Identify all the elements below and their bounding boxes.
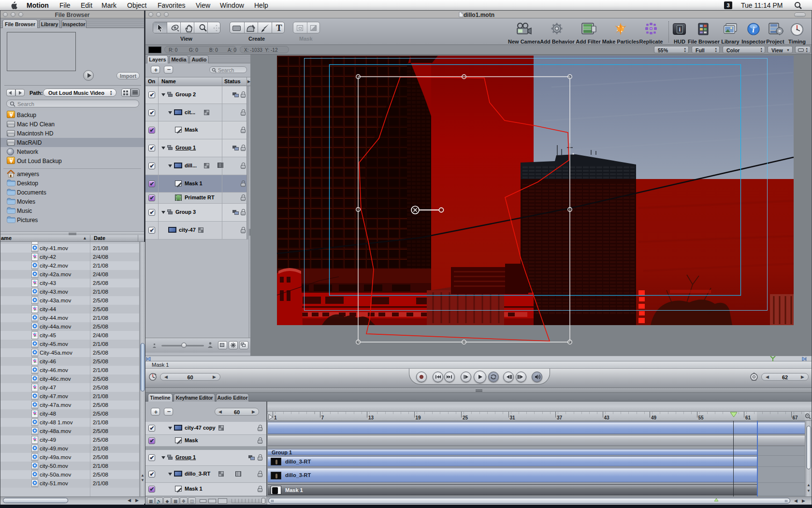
- svg-text:i: i: [752, 25, 754, 34]
